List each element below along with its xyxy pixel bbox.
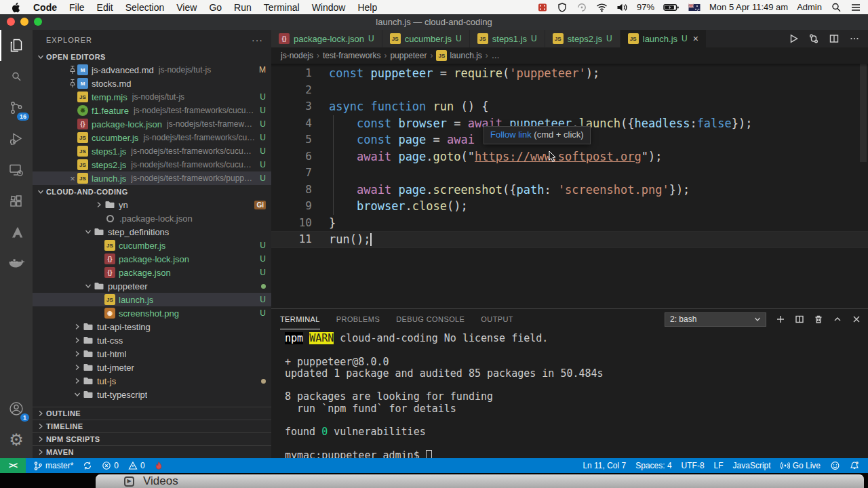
code-line[interactable]: 3async function run () { <box>271 98 868 115</box>
open-editor-item[interactable]: Mjs-advanced.mdjs-nodejs/tut-jsM <box>33 63 271 77</box>
breadcrumb-item[interactable]: puppeteer <box>390 51 427 60</box>
breadcrumb-item[interactable]: … <box>492 51 500 60</box>
code-line[interactable]: 8 await page.screenshot({path: 'screensh… <box>271 182 868 199</box>
tree-item--package-lock-json[interactable]: .package-lock.json <box>33 211 271 225</box>
tree-item-tut-api-testing[interactable]: tut-api-testing <box>33 320 271 333</box>
close-button[interactable] <box>852 314 861 324</box>
status-notifications[interactable] <box>845 461 864 470</box>
status-cursor-position[interactable]: Ln 11, Col 7 <box>578 461 631 470</box>
tree-item-tut-html[interactable]: tut-html <box>33 347 271 361</box>
window-titlebar[interactable]: launch.js — cloud-and-coding <box>0 14 868 30</box>
flag-icon[interactable] <box>688 3 701 12</box>
clock[interactable]: Mon 5 Apr 11:49 am <box>709 2 788 12</box>
panel-tab-output[interactable]: OUTPUT <box>481 309 513 329</box>
open-editors-header[interactable]: OPEN EDITORS <box>33 50 271 63</box>
follow-link-tooltip[interactable]: Follow link (cmd + click) <box>484 126 591 144</box>
open-editor-item[interactable]: Mstocks.md <box>33 77 271 90</box>
close-window-button[interactable] <box>7 18 15 26</box>
section-outline[interactable]: OUTLINE <box>33 407 271 420</box>
tree-item-tut-css[interactable]: tut-css <box>33 333 271 347</box>
compare-button[interactable] <box>808 33 819 44</box>
split-button[interactable] <box>795 314 804 324</box>
breadcrumb-item[interactable]: JSlaunch.js <box>436 50 481 61</box>
remote-indicator[interactable]: >< <box>0 458 26 473</box>
tree-item-puppeteer[interactable]: puppeteer <box>33 279 271 293</box>
code-editor[interactable]: 1const puppeteer = require('puppeteer');… <box>271 64 868 308</box>
open-editor-item[interactable]: ×JSlaunch.jsjs-nodejs/test-frameworks/pu… <box>33 171 271 185</box>
section-maven[interactable]: MAVEN <box>33 445 271 458</box>
status-indentation[interactable]: Spaces: 4 <box>631 461 676 470</box>
plus-button[interactable] <box>776 314 785 324</box>
shield-icon[interactable] <box>557 2 568 13</box>
status-encoding[interactable]: UTF-8 <box>677 461 709 470</box>
workspace-header[interactable]: CLOUD-AND-CODING <box>33 185 271 198</box>
menu-file[interactable]: File <box>63 2 91 13</box>
minimize-window-button[interactable] <box>20 18 28 26</box>
menu-edit[interactable]: Edit <box>91 2 119 13</box>
sidebar-more-button[interactable]: ··· <box>252 35 263 45</box>
status-feedback[interactable] <box>825 461 845 470</box>
follow-link-text[interactable]: Follow link <box>490 127 532 144</box>
panel-tab-problems[interactable]: PROBLEMS <box>336 309 380 329</box>
breadcrumb-item[interactable]: test-frameworks <box>323 51 380 60</box>
open-editor-item[interactable]: JSsteps2.jsjs-nodejs/test-frameworks/cuc… <box>33 158 271 171</box>
menu-window[interactable]: Window <box>306 2 352 13</box>
status-errors[interactable]: 0 <box>97 461 123 470</box>
background-window[interactable]: ▶ Videos <box>96 474 864 488</box>
search-icon[interactable] <box>831 2 842 13</box>
user-menu[interactable]: Admin <box>797 2 822 12</box>
code-line[interactable]: 9 browser.close(); <box>271 198 868 215</box>
apple-menu[interactable] <box>7 2 27 13</box>
editor-scrollbar[interactable] <box>860 64 867 162</box>
account-button[interactable]: 1 <box>0 393 33 424</box>
tree-item-tut-js[interactable]: tut-js <box>33 374 271 388</box>
tree-item-package-json[interactable]: {}package.jsonU <box>33 266 271 279</box>
remote-activity-button[interactable] <box>0 155 33 186</box>
status-warnings[interactable]: 0 <box>123 461 150 470</box>
tab-cucumber-js[interactable]: JScucumber.jsU <box>382 30 470 47</box>
breadcrumb-item[interactable]: js-nodejs <box>281 51 313 60</box>
settings-button[interactable]: ⚙ <box>0 424 33 455</box>
tree-item-tut-jmeter[interactable]: tut-jmeter <box>33 361 271 374</box>
terminal-shell-select[interactable]: 2: bash <box>665 312 766 327</box>
run-button[interactable] <box>788 33 799 44</box>
docker-activity-button[interactable] <box>0 248 33 279</box>
status-go-live[interactable]: Go Live <box>776 461 825 470</box>
tab-steps1-js[interactable]: JSsteps1.jsU <box>470 30 545 47</box>
status-sync[interactable] <box>78 461 97 470</box>
panel-tab-terminal[interactable]: TERMINAL <box>280 309 320 329</box>
tree-item-package-lock-json[interactable]: {}package-lock.jsonU <box>33 252 271 266</box>
section-timeline[interactable]: TIMELINE <box>33 420 271 432</box>
tree-item-tut-typescript[interactable]: tut-typescript <box>33 388 271 401</box>
zoom-window-button[interactable] <box>34 18 42 26</box>
code-line[interactable]: 6 await page.goto("https://www.softpost.… <box>271 148 868 165</box>
volume-icon[interactable] <box>616 3 628 12</box>
split-editor-button[interactable] <box>829 33 840 44</box>
extensions-activity-button[interactable] <box>0 186 33 217</box>
open-editor-item[interactable]: JStemp.mjsjs-nodejs/tut-jsU <box>33 90 271 104</box>
code-line[interactable]: 2 <box>271 82 868 99</box>
open-editor-item[interactable]: JSsteps1.jsjs-nodejs/test-frameworks/cuc… <box>33 144 271 158</box>
tree-item-screenshot-png[interactable]: ◉screenshot.pngU <box>33 306 271 320</box>
breadcrumb[interactable]: js-nodejs›test-frameworks›puppeteer›JSla… <box>271 47 868 64</box>
menu-code[interactable]: Code <box>27 2 63 13</box>
code-line[interactable]: 7 <box>271 165 868 182</box>
tree-item-yn[interactable]: ynGi <box>33 198 271 211</box>
code-line[interactable]: 11run(); <box>271 231 868 248</box>
wifi-icon[interactable] <box>596 3 608 12</box>
open-editor-item[interactable]: JScucumber.jsjs-nodejs/test-frameworks/c… <box>33 131 271 144</box>
open-editor-item[interactable]: {}package-lock.jsonjs-nodejs/test-framew… <box>33 117 271 131</box>
files-activity-button[interactable] <box>0 30 33 61</box>
chevron-up-button[interactable] <box>833 314 842 324</box>
status-eol[interactable]: LF <box>709 461 728 470</box>
tree-item-step-definitions[interactable]: step_definitions <box>33 225 271 239</box>
battery-percent[interactable]: 97% <box>637 2 654 12</box>
menu-run[interactable]: Run <box>228 2 258 13</box>
tree-item-cucumber-js[interactable]: JScucumber.jsU <box>33 239 271 252</box>
code-line[interactable]: 10} <box>271 215 868 232</box>
trash-button[interactable] <box>814 314 823 324</box>
menu-list-icon[interactable] <box>850 3 861 12</box>
status-flame[interactable] <box>150 461 167 470</box>
menu-selection[interactable]: Selection <box>119 2 171 13</box>
spiral-icon[interactable] <box>576 2 587 13</box>
